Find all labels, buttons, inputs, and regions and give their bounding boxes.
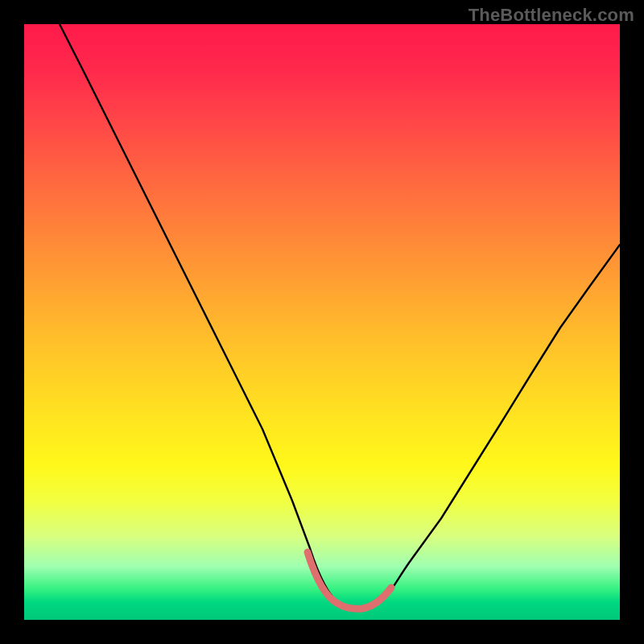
curve-floor-highlight: [308, 552, 391, 609]
curve-layer: [24, 24, 620, 620]
curve-main: [60, 24, 620, 609]
chart-frame: TheBottleneck.com: [0, 0, 644, 644]
plot-area: [24, 24, 620, 620]
watermark-text: TheBottleneck.com: [469, 5, 634, 26]
